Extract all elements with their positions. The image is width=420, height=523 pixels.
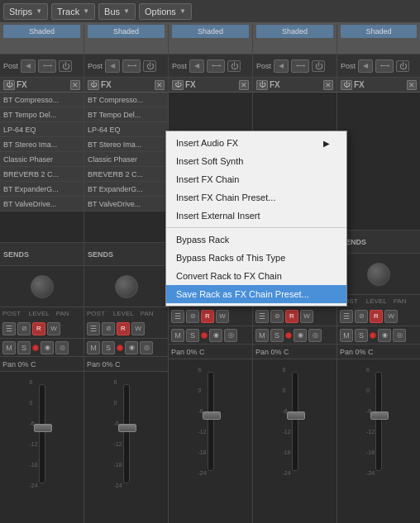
fx-item-2-3[interactable]: LP-64 EQ xyxy=(84,122,168,137)
btn-rec-3[interactable]: R xyxy=(201,310,214,323)
fx-item-1-6[interactable]: BREVERB 2 C... xyxy=(0,167,84,182)
menu-item-convert-rack-fx[interactable]: Convert Rack to FX Chain xyxy=(166,267,346,285)
menu-item-save-rack-fx-preset[interactable]: Save Rack as FX Chain Preset... xyxy=(166,285,346,303)
fx-close-3[interactable]: ✕ xyxy=(239,80,249,90)
fx-item-2-1[interactable]: BT Compresso... xyxy=(84,93,168,107)
menu-item-bypass-rack[interactable]: Bypass Rack xyxy=(166,231,346,249)
menu-item-insert-audio-fx[interactable]: Insert Audio FX ▶ xyxy=(166,134,346,152)
btn-rec-4[interactable]: R xyxy=(285,310,298,323)
menu-item-insert-soft-synth[interactable]: Insert Soft Synth xyxy=(166,152,346,170)
btn-a-5[interactable]: ☰ xyxy=(340,310,353,323)
fx-item-1-7[interactable]: BT ExpanderG... xyxy=(0,182,84,197)
mute-btn-1[interactable]: M xyxy=(2,341,16,354)
post-arrow-btn-3[interactable]: ⟷ xyxy=(207,59,225,73)
fx-item-2-8[interactable]: BT ValveDrive... xyxy=(84,197,168,212)
power-btn-4[interactable]: ⏻ xyxy=(312,60,325,72)
bus-dropdown[interactable]: Bus ▼ xyxy=(98,3,136,20)
mono-btn-1[interactable]: ◉ xyxy=(41,341,54,354)
menu-item-insert-external-insert[interactable]: Insert External Insert xyxy=(166,207,346,225)
fx-power-4[interactable]: ⏻ xyxy=(256,80,268,90)
fx-power-3[interactable]: ⏻ xyxy=(172,80,184,90)
mono-btn-2[interactable]: ◉ xyxy=(125,341,138,354)
post-left-btn-3[interactable]: ◀ xyxy=(189,59,204,73)
btn-b-2[interactable]: ⊘ xyxy=(102,322,115,335)
btn-a-3[interactable]: ☰ xyxy=(171,310,184,323)
fx-item-1-2[interactable]: BT Tempo Del... xyxy=(0,107,84,122)
btn-d-5[interactable]: W xyxy=(384,310,398,323)
stereo-btn-1[interactable]: ◎ xyxy=(55,341,69,354)
solo-btn-1[interactable]: S xyxy=(17,341,31,354)
fx-item-1-1[interactable]: BT Compresso... xyxy=(0,93,84,107)
post-left-btn-4[interactable]: ◀ xyxy=(274,59,289,73)
btn-b-5[interactable]: ⊘ xyxy=(355,310,368,323)
mute-btn-5[interactable]: M xyxy=(340,329,353,342)
stereo-btn-5[interactable]: ◎ xyxy=(393,329,406,342)
options-dropdown[interactable]: Options ▼ xyxy=(139,3,192,20)
menu-item-insert-fx-chain-preset[interactable]: Insert FX Chain Preset... xyxy=(166,188,346,207)
fx-item-2-4[interactable]: BT Stereo Ima... xyxy=(84,137,168,152)
power-btn-2[interactable]: ⏻ xyxy=(143,60,156,72)
fx-item-2-6[interactable]: BREVERB 2 C... xyxy=(84,167,168,182)
track-dropdown[interactable]: Track ▼ xyxy=(51,3,95,20)
solo-btn-3[interactable]: S xyxy=(186,329,199,342)
solo-btn-2[interactable]: S xyxy=(102,341,115,354)
post-left-btn-2[interactable]: ◀ xyxy=(105,59,120,73)
fx-power-5[interactable]: ⏻ xyxy=(341,80,352,90)
btn-rec-2[interactable]: R xyxy=(117,322,130,335)
fx-close-2[interactable]: ✕ xyxy=(155,80,165,90)
stereo-btn-4[interactable]: ◎ xyxy=(308,329,322,342)
fx-item-1-3[interactable]: LP-64 EQ xyxy=(0,122,84,137)
fx-close-1[interactable]: ✕ xyxy=(70,80,80,90)
strips-dropdown[interactable]: Strips ▼ xyxy=(3,3,48,20)
fx-close-5[interactable]: ✕ xyxy=(407,80,417,90)
fx-item-2-7[interactable]: BT ExpanderG... xyxy=(84,182,168,197)
post-left-btn-1[interactable]: ◀ xyxy=(21,59,36,73)
power-btn-3[interactable]: ⏻ xyxy=(227,60,241,72)
fx-item-2-2[interactable]: BT Tempo Del... xyxy=(84,107,168,122)
power-btn-1[interactable]: ⏻ xyxy=(59,60,72,72)
mono-btn-5[interactable]: ◉ xyxy=(378,329,391,342)
post-arrow-btn-2[interactable]: ⟷ xyxy=(122,59,141,73)
fader-track-3[interactable] xyxy=(208,372,214,471)
fader-track-1[interactable] xyxy=(39,384,45,483)
btn-d-3[interactable]: W xyxy=(216,310,229,323)
fx-power-2[interactable]: ⏻ xyxy=(88,80,99,90)
mute-btn-4[interactable]: M xyxy=(255,329,269,342)
btn-d-1[interactable]: W xyxy=(47,322,60,335)
knob-5[interactable] xyxy=(367,263,390,286)
btn-d-2[interactable]: W xyxy=(131,322,145,335)
menu-item-insert-fx-chain[interactable]: Insert FX Chain xyxy=(166,170,346,188)
btn-b-1[interactable]: ⊘ xyxy=(17,322,31,335)
knob-2[interactable] xyxy=(115,275,138,298)
btn-rec-1[interactable]: R xyxy=(32,322,45,335)
btn-d-4[interactable]: W xyxy=(300,310,313,323)
mute-btn-2[interactable]: M xyxy=(87,341,100,354)
fx-item-1-5[interactable]: Classic Phaser xyxy=(0,152,84,167)
solo-btn-4[interactable]: S xyxy=(270,329,284,342)
fx-item-1-4[interactable]: BT Stereo Ima... xyxy=(0,137,84,152)
mono-btn-4[interactable]: ◉ xyxy=(294,329,307,342)
fader-track-5[interactable] xyxy=(375,372,382,471)
menu-item-bypass-racks-type[interactable]: Bypass Racks of This Type xyxy=(166,249,346,267)
stereo-btn-3[interactable]: ◎ xyxy=(224,329,237,342)
solo-btn-5[interactable]: S xyxy=(355,329,368,342)
fx-item-1-8[interactable]: BT ValveDrive... xyxy=(0,197,84,212)
btn-a-4[interactable]: ☰ xyxy=(255,310,269,323)
stereo-btn-2[interactable]: ◎ xyxy=(140,341,153,354)
btn-a-2[interactable]: ☰ xyxy=(87,322,100,335)
post-arrow-btn-4[interactable]: ⟷ xyxy=(291,59,309,73)
fx-close-4[interactable]: ✕ xyxy=(323,80,333,90)
fader-track-4[interactable] xyxy=(292,372,298,471)
power-btn-5[interactable]: ⏻ xyxy=(396,60,409,72)
knob-1[interactable] xyxy=(31,275,54,298)
mute-btn-3[interactable]: M xyxy=(171,329,184,342)
btn-b-4[interactable]: ⊘ xyxy=(270,310,284,323)
post-arrow-btn-1[interactable]: ⟷ xyxy=(38,59,56,73)
post-left-btn-5[interactable]: ◀ xyxy=(358,59,373,73)
btn-a-1[interactable]: ☰ xyxy=(2,322,16,335)
mono-btn-3[interactable]: ◉ xyxy=(209,329,222,342)
fx-power-1[interactable]: ⏻ xyxy=(3,80,15,90)
fader-track-2[interactable] xyxy=(123,384,130,483)
btn-rec-5[interactable]: R xyxy=(370,310,383,323)
post-arrow-btn-5[interactable]: ⟷ xyxy=(375,59,394,73)
